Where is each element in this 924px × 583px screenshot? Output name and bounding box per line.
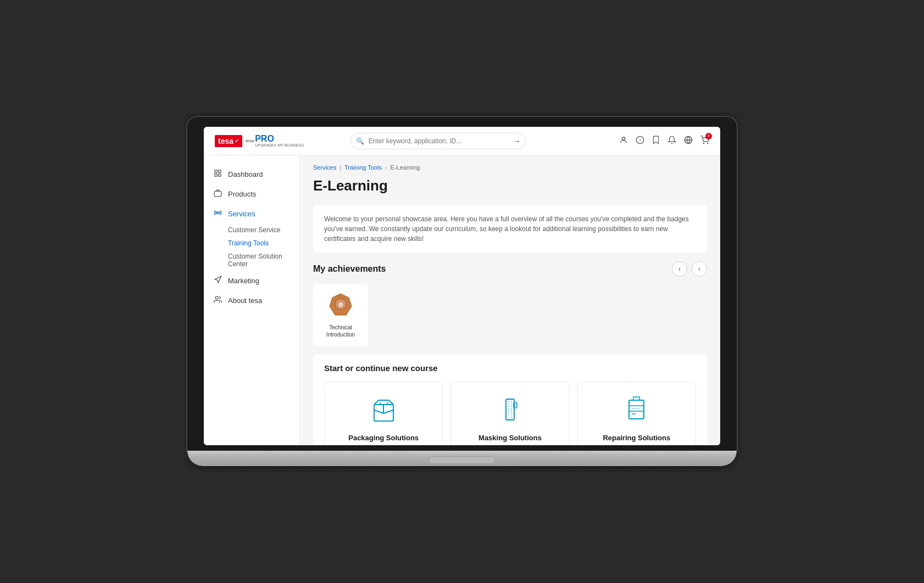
course-card-repairing: Repairing Solutions Start: [577, 382, 696, 445]
breadcrumb-current: E-Learning: [391, 164, 420, 171]
courses-section-title: Start or continue new course: [324, 363, 696, 373]
svg-text:⚙: ⚙: [338, 301, 343, 308]
course-card-masking: Masking Solutions Start: [450, 382, 569, 445]
svg-point-11: [216, 212, 219, 214]
search-icon: 🔍: [356, 137, 364, 145]
packaging-icon-wrap: [367, 393, 400, 426]
svg-rect-16: [506, 399, 514, 420]
masking-course-name: Masking Solutions: [478, 434, 542, 442]
tesa-text: tesa: [218, 137, 233, 145]
svg-rect-18: [629, 400, 644, 419]
course-card-masking-body: Masking Solutions: [451, 382, 569, 445]
marketing-icon: [213, 276, 222, 285]
search-arrow-icon[interactable]: →: [513, 137, 521, 145]
svg-rect-6: [214, 170, 216, 172]
svg-point-0: [622, 137, 625, 139]
svg-rect-10: [214, 191, 221, 196]
tesa-small-text: tesa: [246, 138, 254, 143]
sidebar: Dashboard Products Servi: [204, 155, 300, 445]
course-card-repairing-body: Repairing Solutions: [578, 382, 695, 445]
course-card-packaging-body: Packaging Solutions: [325, 382, 442, 445]
achievements-header: My achievements ‹ ›: [313, 261, 707, 277]
svg-text:?: ?: [639, 137, 642, 142]
products-label: Products: [228, 190, 256, 198]
services-icon: [213, 209, 222, 218]
sidebar-item-products[interactable]: Products: [204, 184, 299, 204]
achievements-row: ⚙ Technical Introduction: [313, 284, 707, 346]
logo-checkmark: ✓: [235, 138, 239, 144]
course-card-packaging: Packaging Solutions Start: [324, 382, 443, 445]
help-icon[interactable]: ?: [636, 136, 644, 147]
courses-section: Start or continue new course: [313, 355, 707, 445]
laptop-base: [187, 451, 737, 466]
achievement-label: Technical Introduction: [319, 324, 363, 338]
header-icons: ? 0: [619, 136, 709, 147]
sidebar-item-marketing[interactable]: Marketing: [204, 271, 299, 290]
bell-icon[interactable]: [667, 136, 676, 147]
courses-row: Packaging Solutions Start: [324, 382, 696, 445]
achievement-badge-icon: ⚙: [327, 292, 354, 319]
svg-rect-9: [218, 174, 220, 176]
welcome-text: Welcome to your personal showcase area. …: [324, 214, 696, 244]
products-icon: [213, 189, 222, 199]
sidebar-item-dashboard[interactable]: Dashboard: [204, 164, 299, 184]
main-content: Services | Training Tools › E-Learning E…: [300, 155, 720, 445]
app-header: tesa ✓ tesa PRO UPGRADES MY BUSINESS: [204, 127, 720, 155]
search-input[interactable]: [350, 133, 526, 149]
sidebar-item-customer-solution[interactable]: Customer SolutionCenter: [228, 250, 299, 271]
achievements-nav-arrows: ‹ ›: [672, 261, 707, 277]
services-sub-menu: Customer Service Training Tools Customer…: [204, 223, 299, 271]
repairing-course-name: Repairing Solutions: [603, 434, 670, 442]
svg-point-12: [215, 296, 218, 299]
user-icon[interactable]: [619, 136, 628, 147]
sidebar-item-services[interactable]: Services: [204, 204, 299, 223]
breadcrumb-sep2: ›: [385, 164, 387, 171]
sidebar-item-customer-service[interactable]: Customer Service: [228, 223, 299, 237]
repairing-icon: [621, 395, 652, 425]
dashboard-icon: [213, 169, 222, 179]
cart-icon[interactable]: 0: [700, 136, 709, 147]
laptop-frame: tesa ✓ tesa PRO UPGRADES MY BUSINESS: [187, 117, 737, 466]
achievements-next-button[interactable]: ›: [692, 261, 707, 277]
main-layout: Dashboard Products Servi: [204, 155, 720, 445]
search-bar: 🔍 →: [350, 133, 526, 149]
achievements-prev-button[interactable]: ‹: [672, 261, 687, 277]
masking-icon-wrap: [493, 393, 526, 426]
breadcrumb-sep1: |: [339, 164, 341, 171]
breadcrumb-services[interactable]: Services: [313, 164, 336, 171]
masking-icon: [495, 395, 525, 425]
pro-badge: tesa PRO UPGRADES MY BUSINESS: [246, 134, 304, 147]
logo-area: tesa ✓ tesa PRO UPGRADES MY BUSINESS: [215, 134, 304, 147]
repairing-icon-wrap: [620, 393, 653, 426]
achievement-card-technical[interactable]: ⚙ Technical Introduction: [313, 284, 368, 346]
laptop-trackpad: [429, 456, 495, 464]
packaging-course-name: Packaging Solutions: [348, 434, 419, 442]
screen-bezel: tesa ✓ tesa PRO UPGRADES MY BUSINESS: [187, 117, 737, 451]
marketing-label: Marketing: [228, 277, 259, 285]
achievements-title: My achievements: [313, 264, 386, 274]
page-title: E-Learning: [313, 177, 707, 194]
packaging-icon: [369, 395, 399, 425]
laptop-screen: tesa ✓ tesa PRO UPGRADES MY BUSINESS: [204, 127, 720, 445]
tesa-logo: tesa ✓: [215, 135, 242, 147]
about-label: About tesa: [228, 296, 262, 305]
dashboard-label: Dashboard: [228, 170, 263, 178]
upgrades-text: UPGRADES MY BUSINESS: [255, 143, 304, 147]
sidebar-item-about[interactable]: About tesa: [204, 290, 299, 310]
svg-point-4: [703, 143, 704, 143]
services-label: Services: [228, 210, 255, 218]
about-icon: [213, 295, 222, 305]
app-container: tesa ✓ tesa PRO UPGRADES MY BUSINESS: [204, 127, 720, 445]
bookmark-icon[interactable]: [652, 136, 660, 147]
pro-text: PRO: [255, 134, 304, 143]
cart-badge: 0: [705, 133, 712, 139]
globe-icon[interactable]: [684, 136, 693, 147]
svg-point-5: [708, 143, 708, 143]
sidebar-item-training-tools[interactable]: Training Tools: [228, 237, 299, 250]
breadcrumb: Services | Training Tools › E-Learning: [313, 164, 707, 171]
breadcrumb-training[interactable]: Training Tools: [344, 164, 382, 171]
svg-rect-7: [218, 170, 220, 172]
svg-rect-8: [214, 174, 216, 176]
welcome-box: Welcome to your personal showcase area. …: [313, 205, 707, 253]
